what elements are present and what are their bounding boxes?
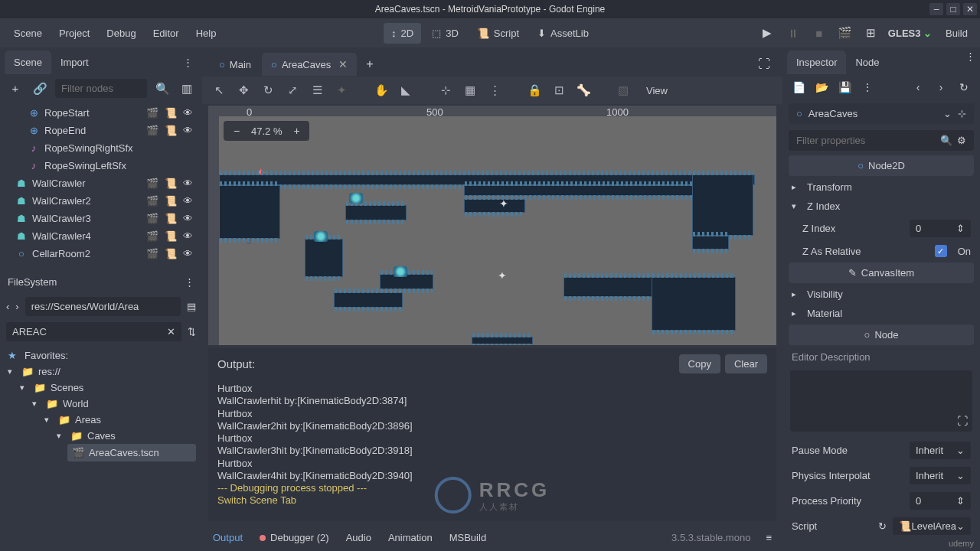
bottom-tab-msbuild[interactable]: MSBuild <box>448 529 488 546</box>
layer-icon[interactable]: ▧ <box>616 83 631 98</box>
menu-scene[interactable]: Scene <box>6 23 50 44</box>
output-log[interactable]: HurtboxWallCrawlerhit by:[KinematicBody2… <box>208 380 776 521</box>
menu-help[interactable]: Help <box>188 23 224 44</box>
dock-options-icon[interactable]: ⋮ <box>178 51 198 74</box>
eye-icon[interactable]: 👁 <box>183 107 193 119</box>
menu-debug[interactable]: Debug <box>99 23 143 44</box>
insp-menu-icon[interactable]: ⋮ <box>859 79 876 96</box>
copy-button[interactable]: Copy <box>679 354 720 373</box>
tab-scene[interactable]: Scene <box>5 51 51 74</box>
film-icon[interactable]: 🎬 <box>146 213 158 224</box>
tab-inspector[interactable]: Inspector <box>787 51 846 74</box>
scene-tools-icon[interactable]: ▥ <box>178 80 196 98</box>
eye-icon[interactable]: 👁 <box>183 125 193 136</box>
snap-options-icon[interactable]: ⊹ <box>438 83 453 98</box>
snap-menu-icon[interactable]: ⋮ <box>487 83 502 98</box>
filter-properties-input[interactable] <box>796 135 940 146</box>
fs-filter-clear-icon[interactable]: ✕ <box>167 326 175 337</box>
pause-button[interactable]: ⏸ <box>784 24 802 42</box>
insp-history-icon[interactable]: ↻ <box>956 79 972 96</box>
script-dropdown[interactable]: 📜 LevelArea ⌄ <box>893 517 971 535</box>
new-scene-tab-icon[interactable]: + <box>358 52 381 77</box>
script-icon[interactable]: 📜 <box>165 230 177 242</box>
insp-forward-icon[interactable]: › <box>933 79 949 96</box>
file-item[interactable]: 🎬AreaCaves.tscn <box>67 444 196 461</box>
film-icon[interactable]: 🎬 <box>146 107 158 119</box>
folder-item[interactable]: ▾📁Areas <box>43 412 196 428</box>
script-icon[interactable]: 📜 <box>165 213 177 224</box>
inspector-node-name[interactable]: AreaCaves <box>808 108 937 119</box>
play-button[interactable]: ▶ <box>758 24 776 42</box>
pause-dropdown[interactable]: Inherit⌄ <box>910 442 971 459</box>
script-icon[interactable]: 📜 <box>165 248 177 259</box>
bottom-tab-output[interactable]: Output <box>211 529 244 546</box>
fs-sort-icon[interactable]: ⇅ <box>188 326 196 337</box>
renderer-dropdown[interactable]: GLES3 ⌄ <box>888 28 932 39</box>
play-custom-button[interactable]: ⊞ <box>862 24 880 42</box>
bottom-panel-toggle-icon[interactable]: ≡ <box>764 529 773 546</box>
bottom-tab-debugger[interactable]: Debugger (2) <box>258 529 331 546</box>
film-icon[interactable]: 🎬 <box>146 178 158 189</box>
workspace-3d[interactable]: ⬚ 3D <box>424 23 466 44</box>
scene-node[interactable]: ☗WallCrawler4🎬📜👁 <box>5 227 198 245</box>
view-menu[interactable]: View <box>646 85 668 96</box>
scene-node[interactable]: ♪RopeSwingRightSfx <box>5 139 198 157</box>
tab-import[interactable]: Import <box>51 51 98 74</box>
scene-tab-areacaves[interactable]: ○ AreaCaves✕ <box>262 53 357 76</box>
class-node2d[interactable]: ○ Node2D <box>789 155 974 176</box>
prop-zindex-group[interactable]: ▾Z Index <box>782 197 980 216</box>
script-icon[interactable]: 📜 <box>165 107 177 119</box>
workspace-assetlib[interactable]: ⬇ AssetLib <box>530 23 596 44</box>
fs-forward-icon[interactable]: › <box>15 301 18 312</box>
pan-tool-icon[interactable]: ✋ <box>374 83 389 98</box>
distraction-free-icon[interactable]: ⛶ <box>753 52 775 77</box>
class-canvasitem[interactable]: ✎ CanvasItem <box>789 262 974 283</box>
script-icon[interactable]: 📜 <box>165 125 177 136</box>
eye-icon[interactable]: 👁 <box>183 248 193 259</box>
inspector-options-icon[interactable]: ⋮ <box>965 51 975 74</box>
physics-dropdown[interactable]: Inherit⌄ <box>910 467 971 484</box>
add-node-icon[interactable]: + <box>6 80 24 98</box>
eye-icon[interactable]: 👁 <box>183 230 193 242</box>
search-icon[interactable]: 🔍 <box>153 80 172 98</box>
list-tool-icon[interactable]: ☰ <box>309 83 325 98</box>
rotate-tool-icon[interactable]: ↻ <box>260 83 276 98</box>
fs-view-mode-icon[interactable]: ▤ <box>187 301 196 312</box>
filesystem-options-icon[interactable]: ⋮ <box>185 276 194 288</box>
bottom-tab-animation[interactable]: Animation <box>387 529 434 546</box>
scene-node[interactable]: ☗WallCrawler3🎬📜👁 <box>5 210 198 227</box>
clear-button[interactable]: Clear <box>725 354 767 373</box>
film-icon[interactable]: 🎬 <box>146 230 158 242</box>
expand-textarea-icon[interactable]: ⛶ <box>957 415 968 427</box>
maximize-button[interactable]: □ <box>946 3 960 15</box>
folder-item[interactable]: ▾📁Scenes <box>18 380 196 396</box>
grid-snap-icon[interactable]: ▦ <box>462 83 478 98</box>
insp-save-icon[interactable]: 💾 <box>836 79 853 96</box>
script-icon[interactable]: 📜 <box>165 195 177 207</box>
scene-node[interactable]: ☗WallCrawler🎬📜👁 <box>5 174 198 192</box>
insp-node-tool-icon[interactable]: ⊹ <box>958 108 966 119</box>
move-tool-icon[interactable]: ✥ <box>236 83 251 98</box>
insp-new-icon[interactable]: 📄 <box>790 79 807 96</box>
workspace-script[interactable]: 📜 Script <box>469 23 527 44</box>
select-tool-icon[interactable]: ↖ <box>211 83 227 98</box>
prop-visibility[interactable]: ▸Visibility <box>782 285 980 304</box>
insp-load-icon[interactable]: 📂 <box>813 79 830 96</box>
insp-back-icon[interactable]: ‹ <box>910 79 926 96</box>
folder-item[interactable]: ▾📁World <box>31 396 196 412</box>
favorites-row[interactable]: ★Favorites: <box>6 347 196 364</box>
minimize-button[interactable]: – <box>929 3 943 15</box>
scale-tool-icon[interactable]: ⤢ <box>285 83 300 98</box>
priority-field[interactable]: 0⇕ <box>910 492 971 510</box>
bone-icon[interactable]: 🦴 <box>576 83 591 98</box>
fs-back-icon[interactable]: ‹ <box>6 301 9 312</box>
group-icon[interactable]: ⊡ <box>551 83 567 98</box>
scene-node[interactable]: ♪RopeSwingLeftSfx <box>5 157 198 174</box>
bottom-tab-audio[interactable]: Audio <box>345 529 373 546</box>
insp-search-icon[interactable]: 🔍 <box>940 135 952 146</box>
build-button[interactable]: Build <box>939 24 974 42</box>
prop-material[interactable]: ▸Material <box>782 304 980 323</box>
folder-item[interactable]: ▾📁res:// <box>6 364 196 380</box>
scene-node[interactable]: ⊕RopeStart🎬📜👁 <box>5 104 198 122</box>
play-scene-button[interactable]: 🎬 <box>836 24 854 42</box>
